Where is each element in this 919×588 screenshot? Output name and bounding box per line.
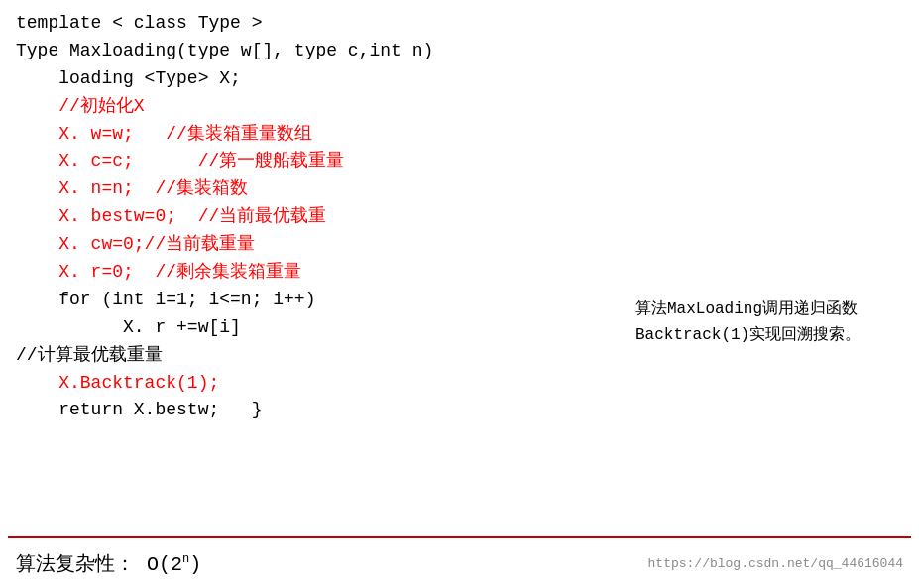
- complexity-display: 算法复杂性： O(2n): [16, 550, 201, 577]
- complexity-close: ): [189, 553, 201, 576]
- complexity-label: 算法复杂性：: [16, 553, 135, 576]
- code-line-4: //初始化X: [16, 93, 626, 121]
- code-line-6: X. c=c; //第一艘船载重量: [16, 148, 626, 176]
- code-section: template < class Type > Type Maxloading(…: [0, 0, 919, 536]
- main-container: template < class Type > Type Maxloading(…: [0, 0, 919, 588]
- code-line-10: X. r=0; //剩余集装箱重量: [16, 259, 626, 287]
- annotation-line-1: 算法MaxLoading调用递归函数: [635, 297, 903, 323]
- url-display: https://blog.csdn.net/qq_44616044: [648, 556, 903, 571]
- code-line-2: Type Maxloading(type w[], type c,int n): [16, 38, 626, 65]
- bottom-bar: 算法复杂性： O(2n) https://blog.csdn.net/qq_44…: [0, 538, 919, 588]
- code-line-9: X. cw=0;//当前载重量: [16, 231, 626, 259]
- complexity-value: O(2: [147, 553, 182, 576]
- code-line-1: template < class Type >: [16, 10, 626, 38]
- code-line-7: X. n=n; //集装箱数: [16, 176, 626, 203]
- code-line-8: X. bestw=0; //当前最优载重: [16, 203, 626, 231]
- code-block: template < class Type > Type Maxloading(…: [16, 10, 626, 527]
- code-line-13: //计算最优载重量: [16, 342, 626, 370]
- code-line-12: X. r +=w[i]: [16, 314, 626, 342]
- code-line-5: X. w=w; //集装箱重量数组: [16, 121, 626, 149]
- code-line-3: loading <Type> X;: [16, 65, 626, 93]
- annotation-block: 算法MaxLoading调用递归函数 Backtrack(1)实现回溯搜索。: [626, 10, 903, 527]
- annotation-line-2: Backtrack(1)实现回溯搜索。: [635, 323, 903, 349]
- code-line-14: X.Backtrack(1);: [16, 370, 626, 398]
- code-line-15: return X.bestw; }: [16, 397, 626, 424]
- code-line-11: for (int i=1; i<=n; i++): [16, 287, 626, 314]
